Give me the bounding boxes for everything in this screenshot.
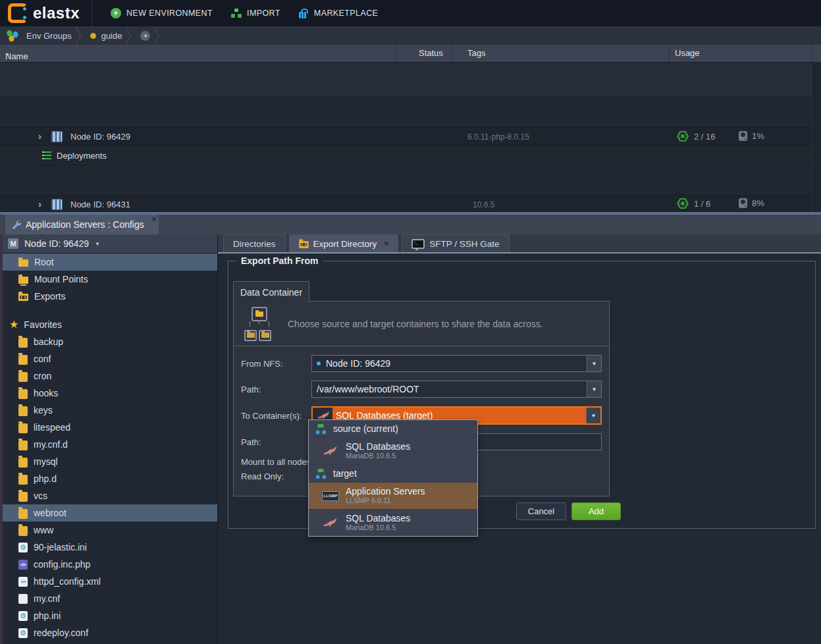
breadcrumb: Env Groups guide +	[0, 26, 821, 45]
node-tag: 10.6.5	[473, 200, 494, 209]
top-bar: elastx + NEW ENVIRONMENT IMPORT MARKETPL…	[0, 0, 821, 26]
dropdown-item-target-sql[interactable]: SQL DatabasesMariaDB 10.6.5	[309, 509, 477, 536]
from-nfs-select[interactable]: Node ID: 96429 ▼	[311, 355, 602, 372]
sidebar-tree-item[interactable]: Exports	[3, 288, 217, 305]
dropdown-item-source-sql[interactable]: SQL DatabasesMariaDB 10.6.5	[309, 437, 477, 464]
favorite-item-label: my.cnf.d	[34, 439, 68, 450]
form-buttons: Cancel Add	[516, 502, 621, 520]
cancel-button[interactable]: Cancel	[516, 502, 566, 520]
file-type-icon	[18, 560, 28, 570]
favorite-item[interactable]: php.ini	[3, 607, 217, 624]
env-table-scrollbar[interactable]	[812, 62, 821, 212]
favorite-item[interactable]: conf	[3, 350, 217, 367]
env-row-source[interactable]: › source source1.jls-sto1.elastx.net Run…	[0, 62, 812, 97]
mariadb-seal-icon	[323, 518, 338, 528]
favorite-item-label: config.inc.php	[34, 559, 90, 570]
file-type-icon	[18, 594, 28, 604]
favorite-item-label: conf	[34, 354, 51, 364]
add-button[interactable]: Add	[571, 502, 621, 520]
import-button[interactable]: IMPORT	[231, 9, 280, 18]
expand-icon[interactable]: ›	[38, 199, 41, 209]
favorite-item[interactable]: hooks	[3, 385, 217, 402]
folder-icon	[18, 259, 28, 267]
group-label: target	[333, 468, 357, 479]
file-type-icon	[18, 509, 28, 519]
tab-export-directory[interactable]: Export Directory ×	[289, 234, 399, 252]
column-tags[interactable]: Tags	[467, 48, 485, 58]
favorites-label: Favorites	[24, 319, 62, 330]
usage-disk: 8%	[739, 198, 764, 208]
add-group-button[interactable]: +	[140, 31, 150, 41]
description-row: Choose source and target containers to s…	[234, 302, 609, 346]
env-row-node-96429[interactable]: › Node ID: 96429 6.0.11-php-8.0.15 2 / 1…	[0, 127, 812, 146]
tab-directories[interactable]: Directories	[223, 234, 286, 252]
node-selector[interactable]: M Node ID: 96429 ▼	[3, 234, 217, 254]
new-environment-button[interactable]: + NEW ENVIRONMENT	[111, 8, 213, 18]
sidebar-tree-item[interactable]: Mount Points	[3, 271, 217, 288]
node-selector-label: Node ID: 96429	[24, 238, 89, 249]
favorite-item[interactable]: my.cnf	[3, 590, 217, 607]
favorite-item[interactable]: mysql	[3, 453, 217, 470]
file-type-icon	[18, 441, 28, 450]
tree-item-label: Exports	[34, 291, 65, 302]
favorite-item[interactable]: httpd_config.xml	[3, 573, 217, 590]
file-type-icon	[18, 492, 28, 502]
close-panel-icon[interactable]: ×	[151, 215, 157, 223]
favorite-item[interactable]: 90-jelastic.ini	[3, 539, 217, 556]
favorite-item[interactable]: vcs	[3, 487, 217, 504]
cloudlet-icon	[677, 198, 689, 209]
favorite-item[interactable]: redeploy.conf	[3, 624, 217, 641]
column-usage[interactable]: Usage	[675, 48, 700, 58]
dropdown-arrow-icon[interactable]: ▼	[587, 381, 601, 397]
fieldset-legend: Export Path From	[236, 255, 323, 266]
favorite-item[interactable]: backup	[3, 333, 217, 350]
file-type-icon	[18, 458, 28, 468]
configs-panel-bar: Application Servers : Configs ×	[0, 215, 821, 234]
favorite-item[interactable]: config.inc.php	[3, 556, 217, 573]
favorite-item[interactable]: www	[3, 522, 217, 539]
file-type-icon	[18, 577, 28, 587]
configs-panel-tab[interactable]: Application Servers : Configs ×	[5, 215, 159, 234]
file-type-icon	[18, 372, 28, 382]
favorite-item[interactable]: php.d	[3, 470, 217, 487]
folder-icon	[18, 294, 28, 301]
disk-icon	[739, 198, 747, 208]
folder-icon	[18, 277, 28, 284]
close-tab-icon[interactable]: ×	[384, 239, 388, 248]
sidebar-tree-item[interactable]: Root	[3, 254, 217, 271]
favorite-item[interactable]: webroot	[3, 504, 217, 522]
env-row-deployments[interactable]: Deployments	[0, 145, 812, 165]
favorite-item[interactable]: keys	[3, 402, 217, 419]
favorite-item-label: 90-jelastic.ini	[34, 542, 87, 552]
favorite-item-label: webroot	[34, 508, 66, 518]
favorite-item-label: vcs	[34, 491, 47, 501]
elastx-logo[interactable]: elastx	[0, 0, 92, 26]
configs-tab-strip: Directories Export Directory × SFTP / SS…	[218, 234, 821, 254]
favorite-item[interactable]: cron	[3, 367, 217, 385]
tab-sftp-ssh-gate[interactable]: SFTP / SSH Gate	[402, 234, 509, 252]
to-containers-label: To Container(s):	[241, 411, 311, 421]
import-label: IMPORT	[247, 9, 280, 18]
file-type-icon	[18, 543, 28, 552]
dropdown-arrow-icon[interactable]: ▼	[587, 356, 601, 371]
source-path-select[interactable]: /var/www/webroot/ROOT ▼	[311, 381, 602, 398]
favorite-item[interactable]: my.cnf.d	[3, 436, 217, 453]
env-row-app-servers[interactable]: › LLSMP Application Servers LLSMP 6.0.11…	[0, 97, 812, 128]
cloudlet-icon	[677, 131, 689, 142]
dropdown-arrow-icon[interactable]: ▼	[586, 408, 600, 423]
breadcrumb-env-groups[interactable]: Env Groups	[26, 31, 72, 41]
breadcrumb-current-group[interactable]: guide	[101, 31, 122, 41]
data-container-tab[interactable]: Data Container	[233, 281, 309, 302]
favorite-item[interactable]: litespeed	[3, 419, 217, 436]
marketplace-button[interactable]: MARKETPLACE	[299, 9, 378, 18]
elastx-logo-text: elastx	[33, 4, 80, 22]
env-row-node-96431[interactable]: › Node ID: 96431 10.6.5 1 / 6 8%	[0, 195, 812, 213]
node-bullet-icon	[317, 362, 321, 365]
terminal-monitor-icon	[411, 239, 425, 249]
dropdown-item-target-app-servers[interactable]: LLSMP Application ServersLLSMP 6.0.11	[309, 482, 477, 509]
dropdown-group-source: source (current)	[309, 420, 477, 437]
expand-icon[interactable]: ›	[38, 131, 41, 141]
env-row-sql-databases[interactable]: › SQL Databases MariaDB 10.6.5 1 / 6 8%	[0, 165, 812, 196]
column-status[interactable]: Status	[419, 48, 443, 58]
wrench-icon	[11, 219, 21, 230]
